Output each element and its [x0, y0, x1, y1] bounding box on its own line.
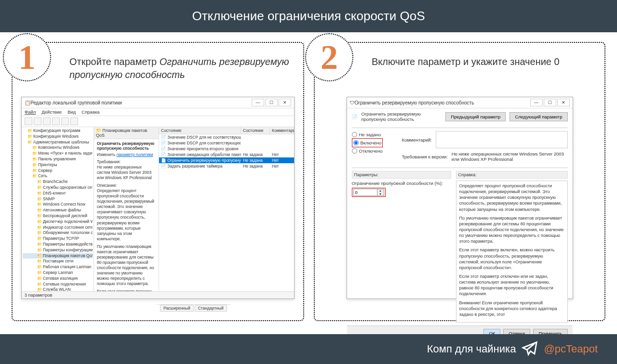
list-row[interactable]: 📄 Значение DSCP для не соответствующих п… [159, 134, 294, 140]
tree-node[interactable]: Сетевые подключения [23, 282, 93, 287]
list-row[interactable]: 📄 Задать разрешение таймераНе заданаНет [159, 163, 294, 169]
next-param-button[interactable]: Следующий параметр [510, 112, 567, 121]
tree-node[interactable]: Автономные файлы [23, 208, 93, 213]
step-2-badge: 2 [305, 33, 353, 81]
tree-node[interactable]: Параметры конфигурации S [23, 247, 93, 253]
tree-node[interactable]: Параметры TCP/IP [23, 236, 93, 242]
menu-help[interactable]: Справка [81, 109, 99, 115]
list-row[interactable]: 📄 Значения ожидающих обработки пакетовНе… [159, 152, 294, 157]
tree-node[interactable]: SNMP [23, 196, 93, 202]
menu-action[interactable]: Действие [41, 109, 62, 115]
step-2-panel: 2 Включите параметр и укажите значение 0… [314, 42, 605, 321]
dlg-subtitle: Ограничить резервируемую пропускную спос… [362, 111, 442, 122]
gpedit-icon: 📋 [25, 100, 30, 105]
menubar: Файл Действие Вид Справка [22, 108, 294, 116]
toolbar-up[interactable] [43, 117, 51, 125]
prev-param-button[interactable]: Предыдущий параметр [445, 112, 506, 121]
help-text: Определяет процент пропускной способност… [456, 181, 568, 323]
col-comment[interactable]: Комментарий [270, 127, 294, 134]
tree-node[interactable]: Служба WLAN [23, 287, 93, 291]
comment-box[interactable] [436, 131, 568, 148]
tree-node[interactable]: Принтеры [23, 162, 93, 168]
maximize-button[interactable]: ☐ [265, 99, 278, 106]
window-title: Редактор локальной групповой политики [30, 100, 122, 105]
bandwidth-spinner[interactable]: ▲▼ [353, 189, 384, 196]
step-1-badge: 1 [3, 33, 51, 81]
step-1-instruction: Откройте параметр Ограничить резервируем… [69, 52, 295, 90]
tree-node[interactable]: Windows Connect Now [23, 202, 93, 208]
toolbar-props[interactable] [61, 117, 69, 125]
tree-node[interactable]: Обнаружение топологии св [23, 230, 93, 236]
detail-header: 📁 Планировщик пакетов QoS [94, 127, 159, 139]
help-header: Справка: [456, 171, 568, 179]
tree-node[interactable]: DNS-клиент [23, 191, 93, 196]
menu-file[interactable]: Файл [25, 109, 36, 115]
toolbar-refresh[interactable] [52, 117, 60, 125]
params-header: Параметры: [352, 171, 451, 179]
list-row[interactable]: 📄 Значение DSCP для соответствующих паке… [159, 140, 294, 146]
reqver-text: Не ниже операционных систем Windows Serv… [452, 151, 568, 162]
tree-node[interactable]: Планировщик пакетов QoS [23, 253, 93, 259]
page-footer: Комп для чайника @pcTeapot [0, 334, 617, 364]
tree-node[interactable]: Беспроводной дисплей [23, 213, 93, 219]
menu-view[interactable]: Вид [67, 109, 76, 115]
tree-node[interactable]: Конфигурация программ [23, 128, 93, 134]
gpedit-titlebar: 📋 Редактор локальной групповой политики … [22, 97, 294, 108]
list-row[interactable]: 📄 Значение приоритета второго уровня [159, 146, 294, 152]
dlg-title: Ограничить резервируемую пропускную спос… [355, 100, 474, 105]
footer-handle[interactable]: @pcTeapot [544, 343, 598, 355]
radio-notset[interactable]: Не задано [352, 132, 395, 137]
tree-node[interactable]: Меню «Пуск» и панель задач [23, 151, 93, 156]
settings-list: Состояние Состояние Комментарий 📄 Значен… [159, 127, 294, 291]
toolbar [22, 116, 294, 127]
maximize-button[interactable]: ☐ [544, 99, 556, 106]
spin-down-icon[interactable]: ▼ [377, 193, 384, 196]
toolbar-fwd[interactable] [34, 117, 41, 125]
edit-policy-link[interactable]: параметр политики [117, 152, 153, 157]
tree-node[interactable]: Конфигурация Windows [23, 134, 93, 140]
statusbar: 3 параметров [22, 291, 294, 299]
col-status[interactable]: Состояние [241, 127, 270, 134]
radio-disabled[interactable]: Отключено [352, 148, 395, 154]
tree-node[interactable]: Административные шаблоны [23, 140, 93, 145]
close-button[interactable]: ✕ [557, 99, 570, 106]
property-dialog: 🛡 Ограничить резервируемую пропускную сп… [347, 97, 573, 299]
tree-node[interactable]: Параметры взаимодействия [23, 242, 93, 247]
tree-node[interactable]: Сетевая изоляция [23, 276, 93, 282]
tree-node[interactable]: Компоненты Windows [23, 145, 93, 151]
step-1-panel: 1 Откройте параметр Ограничить резервиру… [12, 42, 304, 321]
minimize-button[interactable]: — [530, 99, 543, 106]
bandwidth-input[interactable] [353, 189, 377, 196]
dlg-titlebar: 🛡 Ограничить резервируемую пропускную сп… [347, 97, 573, 108]
tree-node[interactable]: Панель управления [23, 156, 93, 162]
step-2-instruction: Включите параметр и укажите значение 0 [372, 52, 596, 90]
tree-node[interactable]: Службы одноранговых сет [23, 185, 93, 191]
tree-node[interactable]: BranchCache [23, 179, 93, 185]
radio-enabled[interactable]: Включено [353, 140, 382, 145]
close-button[interactable]: ✕ [279, 99, 291, 106]
dlg-icon: 🛡 [350, 100, 355, 105]
page-header: Отключение ограничения скорости QoS [0, 0, 617, 32]
tree-node[interactable]: Сервер Lanman [23, 270, 93, 276]
tree-node[interactable]: Сервер [23, 168, 93, 174]
gpedit-window: 📋 Редактор локальной групповой политики … [21, 97, 295, 299]
nav-tree[interactable]: Конфигурация программКонфигурация Window… [22, 127, 94, 291]
page-title: Отключение ограничения скорости QoS [192, 9, 425, 23]
tree-node[interactable]: Индикатор состояния сетев [23, 225, 93, 231]
bw-label: Ограничение пропускной способности (%): [352, 181, 451, 186]
toolbar-filter[interactable] [70, 117, 78, 125]
detail-pane: 📁 Планировщик пакетов QoS Ограничить рез… [94, 127, 159, 291]
telegram-icon [522, 341, 538, 357]
tree-node[interactable]: Рабочая станция Lanman [23, 264, 93, 270]
col-state[interactable]: Состояние [159, 127, 241, 134]
list-row[interactable]: 📄 Ограничить резервируемую пропускную сп… [159, 157, 294, 163]
tree-node[interactable]: Сеть [23, 173, 93, 179]
tree-node[interactable]: Поставщик сети [23, 259, 93, 264]
footer-brand: Комп для чайника [427, 343, 516, 355]
tree-node[interactable]: Диспетчер подключений W [23, 219, 93, 225]
toolbar-back[interactable] [25, 117, 32, 125]
minimize-button[interactable]: — [252, 99, 264, 106]
detail-title: Ограничить резервируемую пропускную спос… [97, 141, 156, 151]
